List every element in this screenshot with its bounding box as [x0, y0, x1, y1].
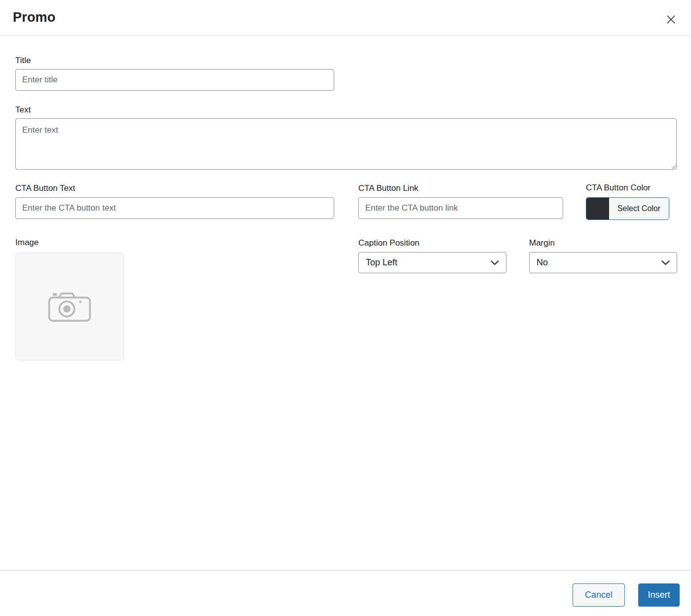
modal-header: Promo [0, 0, 691, 36]
cta-button-link-input[interactable] [358, 197, 563, 219]
cancel-button[interactable]: Cancel [573, 583, 625, 607]
caption-position-value: Top Left [366, 257, 491, 268]
modal-title: Promo [13, 10, 56, 25]
promo-modal: Promo Title Text CTA Button Text CTA But… [0, 0, 691, 616]
caption-position-select[interactable]: Top Left [358, 252, 506, 273]
image-upload-box[interactable] [15, 253, 124, 361]
margin-select[interactable]: No [529, 252, 677, 273]
close-button[interactable] [663, 12, 678, 27]
caption-position-label: Caption Position [358, 238, 420, 248]
footer-divider [0, 570, 691, 571]
title-input[interactable] [15, 69, 334, 91]
color-swatch [586, 198, 609, 219]
cta-button-color-label: CTA Button Color [586, 183, 651, 193]
close-icon [666, 14, 676, 25]
text-textarea[interactable] [15, 118, 677, 170]
cta-button-text-label: CTA Button Text [15, 183, 75, 193]
margin-label: Margin [529, 238, 555, 248]
text-label: Text [15, 105, 31, 115]
select-color-button[interactable]: Select Color [586, 197, 669, 220]
cta-button-link-label: CTA Button Link [358, 183, 419, 193]
camera-icon [47, 289, 92, 325]
chevron-down-icon [491, 257, 499, 268]
insert-button[interactable]: Insert [638, 583, 680, 607]
chevron-down-icon [661, 257, 670, 268]
title-label: Title [15, 56, 31, 66]
select-color-label: Select Color [609, 198, 669, 219]
cta-button-text-input[interactable] [15, 197, 334, 219]
image-label: Image [15, 238, 38, 248]
margin-value: No [537, 257, 661, 268]
